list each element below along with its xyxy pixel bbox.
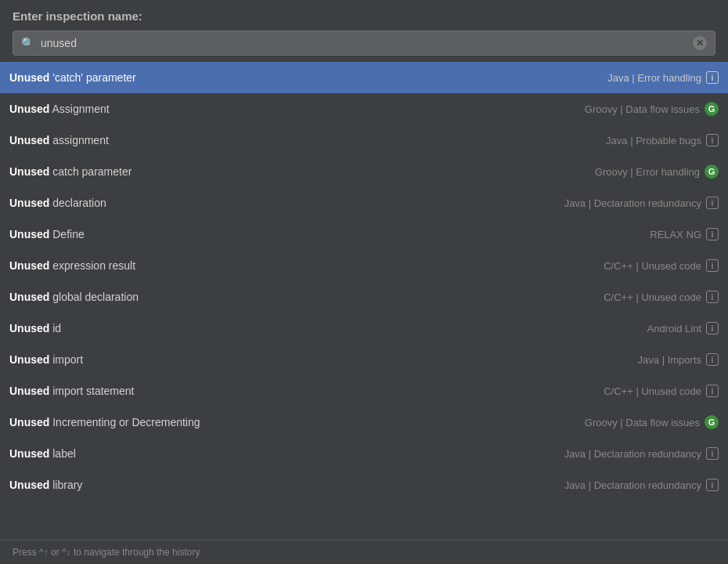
list-item[interactable]: Unused declarationJava | Declaration red… <box>0 187 728 219</box>
item-name: Unused import <box>9 353 83 366</box>
item-category: Java | Declaration redundancyi <box>564 479 719 491</box>
item-label: Unused id <box>9 322 647 334</box>
item-name: Unused assignment <box>9 134 109 146</box>
search-input[interactable] <box>41 37 693 49</box>
badge-info: i <box>706 134 719 146</box>
list-item[interactable]: Unused labelJava | Declaration redundanc… <box>0 438 728 469</box>
badge-info: i <box>706 291 719 303</box>
list-item[interactable]: Unused importJava | Importsi <box>0 344 728 375</box>
item-category: Java | Declaration redundancyi <box>564 447 719 460</box>
item-label: Unused catch parameter <box>9 165 595 178</box>
badge-info: i <box>706 322 719 334</box>
badge-groovy: G <box>705 415 719 429</box>
item-category: Java | Declaration redundancyi <box>564 197 719 209</box>
list-item[interactable]: Unused AssignmentGroovy | Data flow issu… <box>0 93 728 125</box>
item-category: Groovy | Error handlingG <box>595 164 719 179</box>
item-label: Unused declaration <box>9 197 564 209</box>
item-name: Unused global declaration <box>9 291 139 303</box>
search-icon: 🔍 <box>21 37 34 49</box>
item-name: Unused Incrementing or Decrementing <box>9 416 200 428</box>
item-label: Unused import statement <box>9 385 604 397</box>
list-item[interactable]: Unused DefineRELAX NGi <box>0 219 728 250</box>
list-item[interactable]: Unused 'catch' parameterJava | Error han… <box>0 62 728 93</box>
item-name: Unused Define <box>9 228 85 240</box>
item-name: Unused Assignment <box>9 103 110 115</box>
list-item[interactable]: Unused expression resultC/C++ | Unused c… <box>0 250 728 281</box>
list-item[interactable]: Unused assignmentJava | Probable bugsi <box>0 125 728 156</box>
item-name: Unused label <box>9 447 76 460</box>
item-name: Unused declaration <box>9 197 106 209</box>
badge-groovy: G <box>705 164 719 179</box>
item-name: Unused expression result <box>9 259 135 272</box>
badge-info: i <box>706 228 719 240</box>
item-category: Groovy | Data flow issuesG <box>585 102 719 116</box>
item-name: Unused 'catch' parameter <box>9 71 136 84</box>
list-item[interactable]: Unused global declarationC/C++ | Unused … <box>0 281 728 313</box>
item-label: Unused label <box>9 447 564 460</box>
dialog-header: Enter inspection name: 🔍 ✕ <box>0 0 728 62</box>
badge-info: i <box>706 479 719 491</box>
item-name: Unused id <box>9 322 61 334</box>
item-label: Unused 'catch' parameter <box>9 71 607 84</box>
item-label: Unused library <box>9 479 564 491</box>
search-wrapper[interactable]: 🔍 ✕ <box>13 31 715 56</box>
item-category: Java | Probable bugsi <box>606 134 719 146</box>
badge-info: i <box>706 353 719 366</box>
list-item[interactable]: Unused import statementC/C++ | Unused co… <box>0 375 728 407</box>
badge-info: i <box>706 385 719 397</box>
item-category: C/C++ | Unused codei <box>604 291 719 303</box>
item-category: C/C++ | Unused codei <box>604 259 719 272</box>
badge-groovy: G <box>705 102 719 116</box>
results-list[interactable]: Unused 'catch' parameterJava | Error han… <box>0 62 728 540</box>
item-label: Unused assignment <box>9 134 606 146</box>
badge-info: i <box>706 447 719 460</box>
item-category: Groovy | Data flow issuesG <box>585 415 719 429</box>
item-category: Java | Error handlingi <box>607 71 719 84</box>
item-label: Unused Define <box>9 228 650 240</box>
item-label: Unused expression result <box>9 259 604 272</box>
item-category: RELAX NGi <box>650 228 719 240</box>
inspection-dialog: Enter inspection name: 🔍 ✕ Unused 'catch… <box>0 0 728 564</box>
footer-hint: Press ^↑ or ^↓ to navigate through the h… <box>0 540 728 564</box>
badge-info: i <box>706 71 719 84</box>
item-name: Unused import statement <box>9 385 135 397</box>
badge-info: i <box>706 197 719 209</box>
list-item[interactable]: Unused catch parameterGroovy | Error han… <box>0 156 728 187</box>
item-label: Unused Assignment <box>9 103 585 115</box>
search-clear-button[interactable]: ✕ <box>693 36 707 50</box>
item-label: Unused Incrementing or Decrementing <box>9 416 585 428</box>
item-category: Java | Importsi <box>638 353 719 366</box>
list-item[interactable]: Unused Incrementing or DecrementingGroov… <box>0 407 728 438</box>
item-label: Unused global declaration <box>9 291 604 303</box>
item-category: C/C++ | Unused codei <box>604 385 719 397</box>
dialog-title: Enter inspection name: <box>13 9 715 23</box>
list-item[interactable]: Unused idAndroid Linti <box>0 313 728 344</box>
item-name: Unused library <box>9 479 82 491</box>
item-category: Android Linti <box>647 322 719 334</box>
list-item[interactable]: Unused libraryJava | Declaration redunda… <box>0 469 728 501</box>
item-label: Unused import <box>9 353 638 366</box>
item-name: Unused catch parameter <box>9 165 132 178</box>
badge-info: i <box>706 259 719 272</box>
